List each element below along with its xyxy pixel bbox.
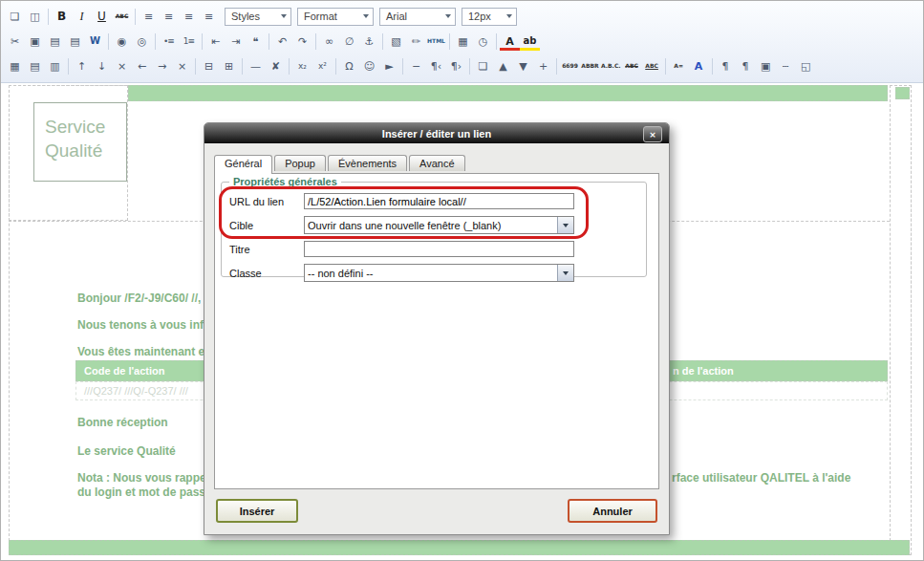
save-button[interactable]: ◫ [25,7,45,26]
visual-chars-button[interactable]: ¶ [716,56,736,76]
dropdown-arrow-icon [363,14,369,18]
target-select[interactable]: Ouvrir dans une nouvelle fenêtre (_blank… [304,216,574,234]
font-select[interactable]: Arial [379,8,456,26]
merge-cells-button[interactable]: ⊞ [219,56,239,76]
cancel-button[interactable]: Annuler [568,499,657,523]
emoticons-button[interactable]: ☺ [359,56,379,76]
paste-text-button[interactable]: ▤ [65,32,85,51]
tab-popup[interactable]: Popup [274,155,326,171]
template-button[interactable]: ▣ [756,56,776,76]
cite-button[interactable]: 6699 [560,56,580,76]
superscript-button[interactable]: x² [312,56,333,76]
italic-button[interactable]: I [72,7,92,26]
copy-button[interactable]: ▣ [25,32,45,51]
delete-col-button[interactable]: × [172,56,192,76]
indent-button[interactable]: ⇥ [226,32,246,51]
underline-button[interactable]: U [92,7,112,26]
align-left-button[interactable]: ≡ [139,7,159,26]
tab-general[interactable]: Général [214,155,272,174]
insert-date-button[interactable]: ▦ [453,32,473,51]
insert-row-before-button[interactable]: ↑ [72,56,92,76]
nonbreaking-button[interactable]: ¶ [736,56,756,76]
bold-button[interactable]: B [52,7,72,26]
ins-button[interactable]: ABC [642,56,662,76]
align-justify-button[interactable]: ≡ [199,7,219,26]
strikethrough-button[interactable]: ABC [112,7,132,26]
numbered-list-button[interactable]: 1≡ [179,32,199,51]
target-select-button[interactable] [557,217,573,233]
separator [335,58,336,75]
forecolor-button[interactable]: A [500,32,520,51]
class-select-button[interactable] [557,265,573,281]
service-quality-logo: Service Qualité [33,102,127,182]
insert-table-button[interactable]: ▦ [5,56,25,76]
insert-row-after-button[interactable]: ↓ [92,56,112,76]
service-quality-line2: Qualité [45,139,126,162]
attributes-button[interactable]: A= [669,56,689,76]
cleanup-button[interactable]: ✏ [406,32,426,51]
outdent-button[interactable]: ⇤ [205,32,226,51]
ltr-button[interactable]: ¶‹ [426,56,446,76]
insert-button[interactable]: Insérer [216,499,298,523]
new-document-button[interactable]: ❏ [5,7,25,26]
insert-time-button[interactable]: ◷ [473,32,493,51]
close-button[interactable]: × [643,126,662,142]
delete-row-button[interactable]: × [112,56,132,76]
charmap-button[interactable]: Ω [339,56,359,76]
paste-button[interactable]: ▤ [45,32,65,51]
unlink-button[interactable]: ∅ [339,32,359,51]
page-break-button[interactable]: ┄ [776,56,796,76]
fontsize-select[interactable]: 12px [462,8,517,26]
insert-layer-button[interactable]: ❏ [473,56,493,76]
top-green-bar [128,85,888,101]
class-select[interactable]: -- non défini -- [304,264,574,282]
class-label: Classe [229,268,304,279]
align-center-button[interactable]: ≡ [159,7,179,26]
separator [48,9,49,25]
insert-col-after-button[interactable]: → [152,56,172,76]
find-replace-button[interactable]: ◎ [132,32,152,51]
nota-text-line1: Nota : Nous vous rappe [77,471,206,485]
align-right-button[interactable]: ≡ [179,7,199,26]
tab-events[interactable]: Évènements [328,155,407,171]
send-backward-button[interactable]: ▼ [513,56,533,76]
url-input[interactable] [304,193,574,209]
title-input[interactable] [304,241,574,257]
insert-link-button[interactable]: ∞ [319,32,339,51]
style-props-button[interactable]: A [689,56,709,76]
separator [135,9,136,25]
bring-forward-button[interactable]: ▲ [493,56,513,76]
insert-col-before-button[interactable]: ← [132,56,152,76]
find-button[interactable]: ◉ [112,32,132,51]
subscript-button[interactable]: x₂ [292,56,312,76]
image-button[interactable]: ▧ [386,32,406,51]
html-source-button[interactable]: HTML [426,32,446,51]
closing-text-1: Bonne réception [77,416,168,429]
blockquote-button[interactable]: ❝ [246,32,266,51]
horizontal-rule-button[interactable]: — [246,56,266,76]
acronym-button[interactable]: A.B.C. [600,56,622,76]
remove-format-button[interactable]: ✘ [266,56,286,76]
tab-advanced[interactable]: Avancé [409,155,465,171]
media-button[interactable]: ► [379,56,399,76]
anchor-button[interactable]: ⚓ [359,32,379,51]
fullscreen-button[interactable]: ◱ [796,56,816,76]
del-button[interactable]: ABC [622,56,642,76]
split-cells-button[interactable]: ⊟ [199,56,219,76]
styles-select[interactable]: Styles [225,8,291,26]
cell-properties-button[interactable]: ▥ [45,56,65,76]
paste-word-button[interactable]: W [85,32,105,51]
cut-button[interactable]: ✂ [5,32,25,51]
bullet-list-button[interactable]: •≡ [159,32,179,51]
redo-button[interactable]: ↷ [292,32,312,51]
undo-button[interactable]: ↶ [272,32,292,51]
row-properties-button[interactable]: ▤ [25,56,45,76]
format-select[interactable]: Format [297,8,374,26]
advanced-hr-button[interactable]: ─ [406,56,426,76]
abbreviation-button[interactable]: ABBR [580,56,600,76]
dialog-titlebar[interactable]: Insérer / éditer un lien × [204,123,669,143]
rtl-button[interactable]: ¶› [446,56,466,76]
greeting-text: Bonjour /F2/-J9/C60/ //, [77,291,201,305]
backcolor-button[interactable]: ab [520,32,540,51]
absolute-position-button[interactable]: + [533,56,553,76]
